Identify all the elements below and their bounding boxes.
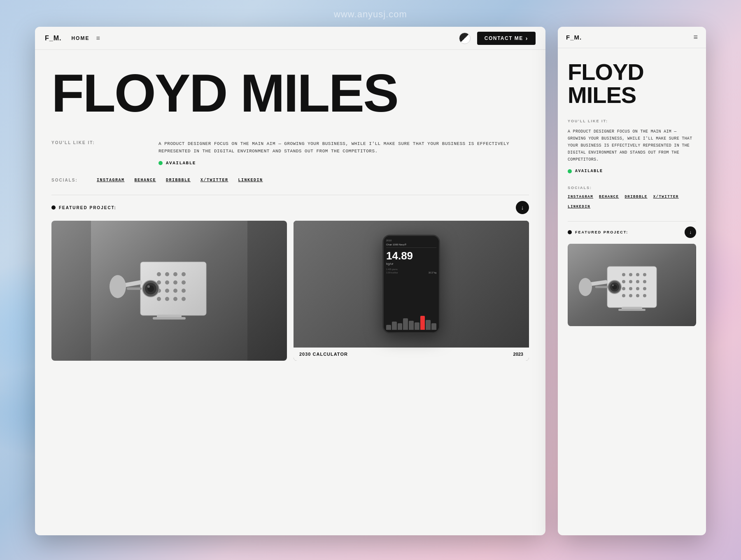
svg-point-34	[622, 280, 625, 283]
nav-right: CONTACT ME ›	[459, 32, 536, 45]
theme-toggle-button[interactable]	[459, 33, 471, 44]
svg-point-13	[182, 289, 186, 293]
svg-point-14	[157, 297, 161, 301]
calc-footer: 2030 CALCULATOR 2023	[294, 348, 529, 361]
svg-point-25	[110, 275, 126, 298]
svg-point-31	[629, 273, 632, 276]
available-badge: AVAILABLE	[158, 161, 529, 166]
mobile-social-links: INSTAGRAM BEHANCE DRIBBBLE X/TWITTER LIN…	[568, 195, 696, 209]
mobile-available-dot	[568, 169, 572, 173]
mobile-social-xtwitter[interactable]: X/TWITTER	[653, 195, 679, 199]
mobile-camera-illustration	[568, 244, 696, 326]
calc-project-year: 2023	[513, 352, 523, 357]
info-left: YOU'LL LIKE IT:	[51, 140, 134, 166]
social-dribbble[interactable]: DRIBBBLE	[166, 178, 191, 182]
socials-label: SOCIALS:	[51, 178, 84, 182]
download-button[interactable]: ↓	[516, 201, 529, 214]
contact-me-button[interactable]: CONTACT ME ›	[477, 32, 536, 45]
phone-unit: kg/ur	[386, 262, 436, 266]
phone-product-name: Chair 1000 Navy®	[386, 243, 436, 248]
info-right: A PRODUCT DESIGNER FOCUS ON THE MAIN AIM…	[158, 140, 529, 166]
camera-project-card[interactable]	[51, 221, 287, 361]
svg-point-15	[165, 297, 169, 301]
mobile-available-badge: AVAILABLE	[568, 169, 696, 173]
mobile-menu-icon[interactable]: ≡	[693, 33, 698, 42]
filter-icon[interactable]: ≡	[96, 35, 100, 42]
info-description: A PRODUCT DESIGNER FOCUS ON THE MAIN AIM…	[158, 140, 529, 155]
mobile-content: FLOYD MILES YOU'LL LIKE IT: A PRODUCT DE…	[558, 48, 706, 535]
svg-point-21	[147, 285, 150, 288]
svg-point-36	[636, 280, 639, 283]
available-dot	[158, 161, 163, 165]
desktop-nav-home[interactable]: HOME	[71, 35, 89, 41]
calc-project-name: 2030 CALCULATOR	[299, 352, 348, 357]
mobile-social-behance[interactable]: BEHANCE	[599, 195, 619, 199]
svg-point-39	[629, 287, 632, 290]
youll-like-it-label: YOU'LL LIKE IT:	[51, 140, 134, 145]
mobile-logo: F_M.	[566, 34, 693, 41]
mobile-featured-label: FEATURED PROJECT:	[568, 230, 628, 234]
mobile-available-text: AVAILABLE	[575, 169, 603, 173]
available-text: AVAILABLE	[166, 161, 196, 166]
featured-dot	[51, 205, 56, 210]
contact-label: CONTACT ME	[485, 35, 523, 41]
mobile-social-linkedin[interactable]: LINKEDIN	[568, 205, 590, 209]
svg-point-44	[636, 294, 639, 297]
mobile-social-instagram[interactable]: INSTAGRAM	[568, 195, 593, 199]
featured-label: FEATURED PROJECT:	[51, 205, 117, 210]
social-xtwitter[interactable]: X/TWITTER	[200, 178, 228, 182]
svg-point-33	[643, 273, 646, 276]
svg-point-53	[579, 278, 592, 296]
svg-point-41	[643, 287, 646, 290]
phone-stats: 1.405 grams 3.39 kcal/bar 10.17 kg	[386, 268, 436, 274]
social-behance[interactable]: BEHANCE	[135, 178, 156, 182]
svg-point-3	[165, 272, 169, 276]
svg-point-30	[622, 273, 625, 276]
desktop-navbar: F_M. HOME ≡ CONTACT ME ›	[35, 27, 545, 50]
featured-section: FEATURED PROJECT: ↓	[51, 195, 529, 361]
svg-point-8	[173, 280, 177, 285]
mobile-navbar: F_M. ≡	[558, 27, 706, 48]
svg-point-35	[629, 280, 632, 283]
mobile-social-dribbble[interactable]: DRIBBBLE	[624, 195, 647, 199]
svg-point-9	[182, 280, 186, 285]
calc-phone-area: 2010 Chair 1000 Navy® 14.89 kg/ur 1.405 …	[294, 221, 529, 348]
svg-point-17	[182, 297, 186, 301]
hero-title: FLOYD MILES	[51, 66, 529, 120]
mobile-featured-label-text: FEATURED PROJECT:	[575, 230, 628, 234]
phone-big-number: 14.89	[386, 250, 436, 261]
mobile-socials-label: SOCIALS:	[568, 186, 696, 190]
socials-section: SOCIALS: INSTAGRAM BEHANCE DRIBBBLE X/TW…	[51, 178, 529, 182]
featured-label-text: FEATURED PROJECT:	[59, 205, 117, 210]
mobile-download-button[interactable]: ↓	[685, 226, 696, 238]
svg-point-2	[157, 272, 161, 276]
svg-point-38	[622, 287, 625, 290]
svg-point-5	[182, 272, 186, 276]
svg-point-45	[643, 294, 646, 297]
mobile-window: F_M. ≡ FLOYD MILES YOU'LL LIKE IT: A PRO…	[558, 27, 706, 535]
social-links: INSTAGRAM BEHANCE DRIBBBLE X/TWITTER LIN…	[97, 178, 263, 182]
svg-point-42	[622, 294, 625, 297]
calculator-project-card[interactable]: 2010 Chair 1000 Navy® 14.89 kg/ur 1.405 …	[294, 221, 529, 361]
phone-year: 2010	[386, 239, 436, 242]
svg-point-7	[165, 280, 169, 285]
contact-arrow: ›	[526, 35, 528, 42]
info-section: YOU'LL LIKE IT: A PRODUCT DESIGNER FOCUS…	[51, 140, 529, 166]
svg-rect-23	[153, 317, 186, 320]
social-linkedin[interactable]: LINKEDIN	[238, 178, 263, 182]
featured-header: FEATURED PROJECT: ↓	[51, 201, 529, 214]
desktop-window: F_M. HOME ≡ CONTACT ME › FLOYD MILES YOU…	[35, 27, 545, 535]
phone-bar-graph	[386, 313, 436, 330]
mobile-featured-section: FEATURED PROJECT: ↓	[568, 221, 696, 326]
mobile-featured-dot	[568, 230, 572, 234]
svg-point-12	[173, 289, 177, 293]
mobile-featured-header: FEATURED PROJECT: ↓	[568, 226, 696, 238]
svg-rect-51	[618, 309, 645, 311]
svg-point-4	[173, 272, 177, 276]
social-instagram[interactable]: INSTAGRAM	[97, 178, 125, 182]
mobile-camera-card[interactable]	[568, 244, 696, 326]
windows-container: F_M. HOME ≡ CONTACT ME › FLOYD MILES YOU…	[35, 27, 706, 535]
watermark: www.anyusj.com	[334, 9, 407, 20]
mobile-info-description: A PRODUCT DESIGNER FOCUS ON THE MAIN AIM…	[568, 128, 696, 163]
phone-mockup: 2010 Chair 1000 Navy® 14.89 kg/ur 1.405 …	[382, 235, 440, 334]
